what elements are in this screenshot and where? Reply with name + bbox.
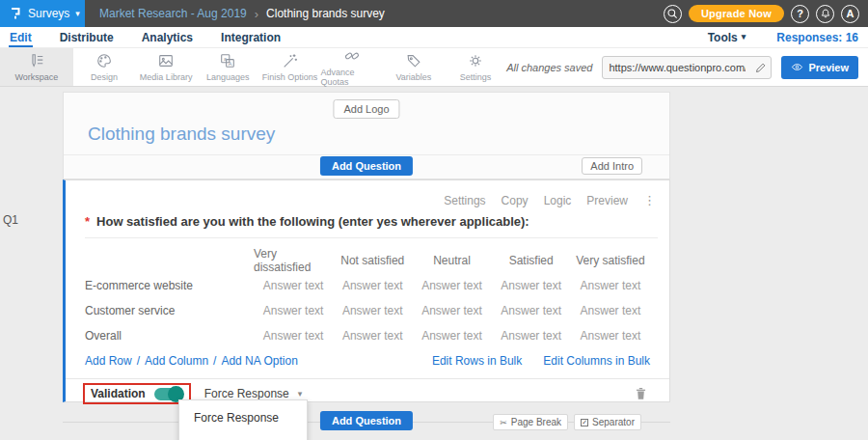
add-logo-button[interactable]: Add Logo [333, 99, 399, 119]
toolbar-item-label: Finish Options [262, 72, 318, 82]
tab-analytics[interactable]: Analytics [141, 27, 194, 47]
kebab-menu-icon[interactable]: ⋮ [643, 193, 656, 207]
responses-link[interactable]: Responses: 16 [776, 31, 858, 44]
add-question-strip: Add Question Add Intro [64, 154, 669, 179]
survey-title[interactable]: Clothing brands survey [88, 124, 275, 145]
edit-url-button[interactable] [751, 57, 771, 78]
page-break-button[interactable]: ✂ Page Break [493, 414, 568, 430]
matrix-cell[interactable]: Answer text [333, 323, 412, 348]
matrix-row-label[interactable]: Overall [85, 323, 254, 348]
validation-toggle[interactable] [154, 388, 183, 400]
matrix-cell[interactable]: Answer text [254, 323, 333, 348]
nav-right: Tools ▾ Responses: 16 [708, 31, 868, 44]
share-url-input[interactable] [603, 62, 751, 73]
matrix-cell[interactable]: Answer text [333, 298, 412, 323]
link-separator: / [213, 354, 216, 368]
matrix-column-header[interactable]: Very dissatisfied [254, 248, 333, 273]
delete-question-button[interactable] [634, 386, 648, 401]
matrix-cell[interactable]: Answer text [254, 298, 333, 323]
matrix-cell[interactable]: Answer text [492, 298, 571, 323]
separator-toggle[interactable]: ✓ Separator [574, 414, 641, 430]
matrix-cell[interactable]: Answer text [571, 323, 650, 348]
matrix-cell[interactable]: Answer text [412, 273, 491, 298]
matrix-cell[interactable]: Answer text [412, 298, 491, 323]
search-button[interactable] [664, 5, 682, 23]
add-question-button-bottom[interactable]: Add Question [320, 411, 413, 430]
product-menu-label: Surveys [28, 7, 69, 20]
question-settings-link[interactable]: Settings [444, 194, 485, 207]
add-row-link[interactable]: Add Row [85, 354, 132, 368]
matrix-column-header[interactable]: Very satisfied [571, 248, 650, 273]
translate-icon: aA [219, 52, 236, 69]
question-preview-link[interactable]: Preview [586, 194, 628, 207]
question-actions: Settings Copy Logic Preview ⋮ [444, 193, 656, 207]
matrix-cell[interactable]: Answer text [571, 298, 650, 323]
toolbar-item-media-library[interactable]: Media Library [135, 48, 197, 86]
matrix-column-header[interactable]: Satisfied [492, 248, 571, 273]
toolbar-item-label: Design [91, 72, 118, 82]
toolbar-item-design[interactable]: Design [73, 48, 135, 86]
survey-title-section: Add Logo Clothing brands survey [64, 93, 669, 154]
preview-label: Preview [808, 62, 849, 73]
avatar[interactable]: A [841, 5, 859, 23]
menu-item-request-response[interactable]: Request Response [179, 432, 307, 440]
product-menu[interactable]: Surveys ▾ [0, 0, 85, 27]
toolbar-item-languages[interactable]: aA Languages [197, 48, 258, 86]
palette-icon [95, 52, 113, 69]
upgrade-now-button[interactable]: Upgrade Now [689, 5, 784, 22]
add-na-option-link[interactable]: Add NA Option [221, 354, 297, 368]
toolbar-item-workspace[interactable]: Workspace [0, 48, 73, 86]
question-copy-link[interactable]: Copy [502, 194, 529, 207]
validation-label: Validation [91, 387, 146, 400]
breadcrumb-current: Clothing brands survey [266, 7, 385, 20]
toolbar-item-settings[interactable]: Settings [445, 48, 506, 86]
help-button[interactable]: ? [791, 5, 809, 23]
toolbar-item-finish-options[interactable]: Finish Options [258, 48, 320, 86]
notifications-button[interactable] [816, 5, 834, 23]
validation-type-menu: Force Response Request Response [178, 399, 308, 440]
preview-button[interactable]: Preview [781, 56, 858, 79]
question-text[interactable]: How satisfied are you with the following… [96, 214, 529, 229]
page-break-label: Page Break [511, 417, 561, 427]
menu-item-force-response[interactable]: Force Response [179, 403, 307, 432]
matrix-cell[interactable]: Answer text [333, 273, 412, 298]
matrix-cell[interactable]: Answer text [254, 273, 333, 298]
breadcrumb: Market Research - Aug 2019 › Clothing br… [99, 7, 385, 21]
question-logic-link[interactable]: Logic [544, 194, 572, 207]
breadcrumb-folder[interactable]: Market Research - Aug 2019 [99, 7, 247, 20]
matrix-row-label[interactable]: Customer service [85, 298, 254, 323]
add-intro-button[interactable]: Add Intro [582, 157, 642, 175]
matrix-cell[interactable]: Answer text [492, 323, 571, 348]
editor-toolbar: Workspace Design Media Library aA Langua… [0, 47, 868, 87]
matrix-column-header[interactable]: Neutral [412, 248, 491, 273]
edit-rows-in-bulk-link[interactable]: Edit Rows in Bulk [432, 354, 522, 368]
eye-icon [791, 61, 803, 73]
toolbar-item-label: Media Library [140, 72, 193, 82]
image-icon [157, 52, 175, 69]
tools-menu[interactable]: Tools ▾ [708, 31, 746, 44]
matrix-cell[interactable]: Answer text [492, 273, 571, 298]
question-block: Settings Copy Logic Preview ⋮ * How sati… [63, 179, 670, 402]
tools-label: Tools [708, 31, 738, 44]
toolbar-item-variables[interactable]: Variables [383, 48, 445, 86]
required-marker: * [85, 214, 90, 229]
wand-icon [282, 52, 299, 69]
validation-type-dropdown[interactable]: Force Response ▾ [204, 387, 303, 400]
survey-header-section: Add Logo Clothing brands survey Add Ques… [63, 92, 670, 179]
toolbar-item-label: Languages [206, 72, 250, 82]
caret-down-icon: ▾ [75, 10, 80, 18]
matrix-column-header[interactable]: Not satisfied [333, 248, 412, 273]
tab-edit[interactable]: Edit [9, 27, 33, 47]
tab-integration[interactable]: Integration [220, 27, 282, 47]
tab-distribute[interactable]: Distribute [59, 27, 115, 47]
add-question-button-top[interactable]: Add Question [320, 156, 413, 176]
toolbar-item-advance-quotas[interactable]: Advance Quotas [321, 48, 383, 86]
matrix-cell[interactable]: Answer text [571, 273, 650, 298]
add-column-link[interactable]: Add Column [145, 354, 208, 368]
top-bar: Surveys ▾ Market Research - Aug 2019 › C… [0, 0, 868, 27]
matrix-cell[interactable]: Answer text [412, 323, 491, 348]
matrix-row-label[interactable]: E-commerce website [85, 273, 254, 298]
edit-columns-in-bulk-link[interactable]: Edit Columns in Bulk [543, 354, 650, 368]
bell-icon [820, 8, 831, 19]
validation-type-value: Force Response [204, 387, 289, 400]
